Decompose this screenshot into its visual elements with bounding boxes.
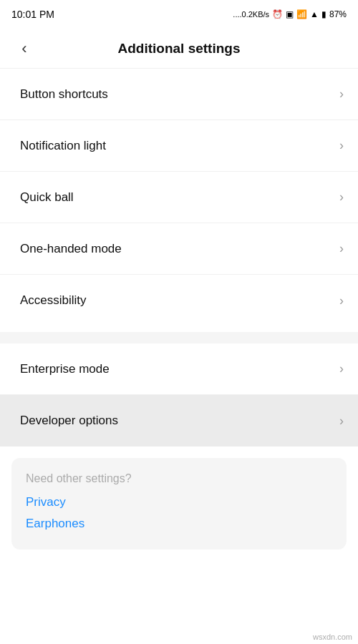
settings-item-label: Developer options — [20, 414, 118, 428]
bottom-card-title: Need other settings? — [26, 472, 332, 485]
signal-icon: 📶 — [296, 9, 307, 19]
chevron-right-icon: › — [339, 293, 344, 308]
battery-icon: ▮ — [321, 9, 326, 19]
section-divider — [0, 332, 358, 343]
settings-item-developer-options[interactable]: Developer options › — [0, 395, 358, 447]
settings-item-label: Accessibility — [20, 293, 87, 308]
bottom-card: Need other settings? Privacy Earphones — [11, 458, 347, 550]
chevron-right-icon: › — [339, 190, 344, 205]
privacy-link[interactable]: Privacy — [26, 495, 332, 509]
alarm-icon: ⏰ — [272, 9, 283, 19]
settings-item-label: One-handed mode — [20, 242, 122, 256]
status-time: 10:01 PM — [11, 9, 54, 20]
settings-item-label: Quick ball — [20, 190, 74, 205]
battery-percent: 87% — [329, 9, 347, 19]
watermark: wsxdn.com — [313, 633, 352, 641]
chevron-right-icon: › — [339, 414, 344, 429]
back-button[interactable]: ‹ — [11, 36, 37, 62]
settings-item-button-shortcuts[interactable]: Button shortcuts › — [0, 69, 358, 120]
settings-item-label: Notification light — [20, 139, 106, 153]
chevron-right-icon: › — [339, 138, 344, 153]
chevron-right-icon: › — [339, 361, 344, 376]
wifi-icon: ▲ — [310, 9, 319, 19]
settings-item-label: Button shortcuts — [20, 87, 108, 102]
settings-item-one-handed-mode[interactable]: One-handed mode › — [0, 223, 358, 275]
status-speed: ....0.2KB/s — [233, 10, 269, 19]
settings-list: Button shortcuts › Notification light › … — [0, 69, 358, 447]
settings-item-enterprise-mode[interactable]: Enterprise mode › — [0, 343, 358, 395]
page-title: Additional settings — [43, 41, 315, 57]
status-bar: 10:01 PM ....0.2KB/s ⏰ ▣ 📶 ▲ ▮ 87% — [0, 0, 358, 29]
settings-item-quick-ball[interactable]: Quick ball › — [0, 172, 358, 223]
status-icons: ....0.2KB/s ⏰ ▣ 📶 ▲ ▮ 87% — [233, 9, 347, 19]
settings-item-notification-light[interactable]: Notification light › — [0, 120, 358, 172]
header: ‹ Additional settings — [0, 29, 358, 69]
back-icon: ‹ — [21, 41, 26, 57]
settings-item-label: Enterprise mode — [20, 362, 110, 376]
earphones-link[interactable]: Earphones — [26, 517, 332, 531]
nfc-icon: ▣ — [286, 9, 294, 19]
chevron-right-icon: › — [339, 241, 344, 256]
settings-item-accessibility[interactable]: Accessibility › — [0, 275, 358, 326]
chevron-right-icon: › — [339, 87, 344, 102]
settings-section-main: Button shortcuts › Notification light › … — [0, 69, 358, 326]
settings-section-secondary: Enterprise mode › Developer options › — [0, 343, 358, 447]
